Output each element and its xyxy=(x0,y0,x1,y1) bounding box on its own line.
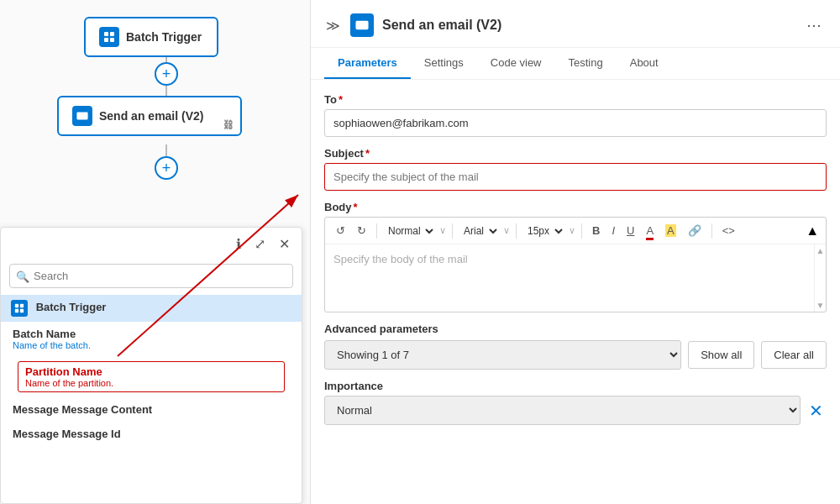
link-icon: ⛓ xyxy=(223,119,234,131)
tab-parameters[interactable]: Parameters xyxy=(324,48,411,79)
add-step-btn-2[interactable]: + xyxy=(155,156,178,180)
dp-item-batch-name-title: Batch Name xyxy=(13,328,290,340)
svg-rect-7 xyxy=(15,309,18,312)
rp-expand-btn[interactable]: ≫ xyxy=(324,16,342,35)
send-email-icon xyxy=(72,106,92,126)
body-required: * xyxy=(354,201,358,213)
batch-trigger-node[interactable]: Batch Trigger xyxy=(84,17,218,57)
dp-item-batch-name[interactable]: Batch Name Name of the batch. xyxy=(1,322,302,356)
dp-section-title: Batch Trigger xyxy=(36,301,107,313)
add-step-btn-1[interactable]: + xyxy=(155,62,178,86)
redo-btn[interactable]: ↻ xyxy=(353,222,370,239)
dp-section-header: Batch Trigger xyxy=(1,295,302,322)
dp-item-message-content[interactable]: Message Message Content xyxy=(1,397,302,422)
to-label: To* xyxy=(324,93,827,106)
italic-btn[interactable]: I xyxy=(607,222,619,239)
subject-required: * xyxy=(365,147,370,160)
search-icon: 🔍 xyxy=(16,270,29,282)
link-btn[interactable]: 🔗 xyxy=(684,222,706,239)
dp-search-input[interactable] xyxy=(9,264,293,288)
rp-more-btn[interactable]: ⋯ xyxy=(801,14,827,36)
right-panel: ≫ Send an email (V2) ⋯ Parameters Settin… xyxy=(311,0,840,504)
to-required: * xyxy=(339,93,343,106)
send-email-node[interactable]: Send an email (V2) ⛓ xyxy=(57,96,242,136)
svg-rect-3 xyxy=(110,38,114,42)
workflow-canvas: Batch Trigger + Send an email (V2) ⛓ + ℹ… xyxy=(0,0,311,504)
dp-item-partition-name-title: Partition Name xyxy=(25,365,277,378)
tab-testing[interactable]: Testing xyxy=(555,48,617,79)
tab-settings[interactable]: Settings xyxy=(411,48,477,79)
rp-title: Send an email (V2) xyxy=(382,18,793,33)
body-placeholder: Specify the body of the mail xyxy=(333,253,468,265)
scroll-up-icon: ▲ xyxy=(815,246,826,255)
importance-close-btn[interactable]: ✕ xyxy=(806,397,827,424)
to-input[interactable] xyxy=(324,109,827,137)
font-color-btn[interactable]: A xyxy=(642,222,658,239)
body-scrollbar: ▲ ▼ xyxy=(814,244,826,312)
font-select[interactable]: Arial xyxy=(459,223,500,239)
scroll-down-icon: ▼ xyxy=(815,301,826,310)
subject-label: Subject* xyxy=(324,147,827,160)
dp-header: ℹ ⤢ ✕ xyxy=(1,228,302,260)
importance-select[interactable]: Normal xyxy=(324,396,801,425)
bold-btn[interactable]: B xyxy=(588,222,604,239)
tab-about[interactable]: About xyxy=(617,48,672,79)
sep5 xyxy=(711,223,712,239)
rp-title-icon xyxy=(350,13,374,37)
subject-input[interactable] xyxy=(324,163,827,191)
dp-item-partition-name[interactable]: Partition Name Name of the partition. xyxy=(1,356,302,397)
batch-trigger-icon xyxy=(99,27,119,47)
svg-rect-1 xyxy=(110,32,114,36)
rp-body: To* Subject* Body* ↺ ↻ Normal ∨ Arial xyxy=(311,80,840,504)
dp-item-partition-name-desc: Name of the partition. xyxy=(25,378,277,388)
show-all-btn[interactable]: Show all xyxy=(688,341,754,369)
importance-label: Importance xyxy=(324,380,827,392)
underline-btn[interactable]: U xyxy=(622,222,638,239)
adv-params-label: Advanced parameters xyxy=(324,323,827,335)
body-content[interactable]: Specify the body of the mail xyxy=(325,244,814,312)
clear-all-btn[interactable]: Clear all xyxy=(761,341,827,369)
rp-header: ≫ Send an email (V2) ⋯ xyxy=(311,0,840,48)
dynamic-content-panel: ℹ ⤢ ✕ 🔍 Batch Trigger Batch Name Name of… xyxy=(0,227,302,504)
send-email-label: Send an email (V2) xyxy=(99,109,203,123)
sep4 xyxy=(581,223,582,239)
chevron-font: ∨ xyxy=(503,225,510,236)
dp-search-area: 🔍 xyxy=(1,260,302,295)
dp-partition-border: Partition Name Name of the partition. xyxy=(18,361,285,392)
code-btn[interactable]: <> xyxy=(718,222,739,239)
body-label: Body* xyxy=(324,201,827,213)
sep1 xyxy=(376,223,377,239)
plus-circle-2[interactable]: + xyxy=(155,156,178,180)
dp-search-wrap: 🔍 xyxy=(9,264,293,288)
tab-code-view[interactable]: Code view xyxy=(477,48,555,79)
scroll-up-area: ▲ xyxy=(806,223,819,239)
svg-rect-2 xyxy=(104,38,108,42)
svg-rect-0 xyxy=(104,32,108,36)
chevron-normal: ∨ xyxy=(439,225,446,236)
adv-params-row: Showing 1 of 7 Show all Clear all xyxy=(324,340,827,370)
format-select[interactable]: Normal xyxy=(383,223,436,239)
dp-close-btn[interactable]: ✕ xyxy=(276,234,293,254)
dp-item-batch-name-desc: Name of the batch. xyxy=(13,340,290,350)
rp-tabs: Parameters Settings Code view Testing Ab… xyxy=(311,48,840,80)
sep3 xyxy=(516,223,517,239)
plus-circle-1[interactable]: + xyxy=(155,62,178,86)
dp-item-message-id[interactable]: Message Message Id xyxy=(1,422,302,446)
section-icon xyxy=(11,300,28,317)
body-content-area: Specify the body of the mail ▲ ▼ xyxy=(325,244,826,312)
body-editor: ↺ ↻ Normal ∨ Arial ∨ 15px ∨ B I xyxy=(324,217,827,312)
dp-expand-btn[interactable]: ⤢ xyxy=(251,234,269,254)
undo-btn[interactable]: ↺ xyxy=(332,222,349,239)
dp-item-message-id-title: Message Message Id xyxy=(13,428,290,440)
highlight-btn[interactable]: A xyxy=(661,222,680,239)
adv-params-select[interactable]: Showing 1 of 7 xyxy=(324,340,681,370)
dp-item-message-content-title: Message Message Content xyxy=(13,403,290,416)
chevron-size: ∨ xyxy=(569,225,575,236)
sep2 xyxy=(452,223,453,239)
svg-rect-5 xyxy=(15,304,18,307)
size-select[interactable]: 15px xyxy=(522,223,565,239)
svg-rect-8 xyxy=(20,309,24,312)
importance-row: Normal ✕ xyxy=(324,396,827,425)
connector-line-2 xyxy=(165,84,167,96)
dp-info-btn[interactable]: ℹ xyxy=(233,234,244,254)
